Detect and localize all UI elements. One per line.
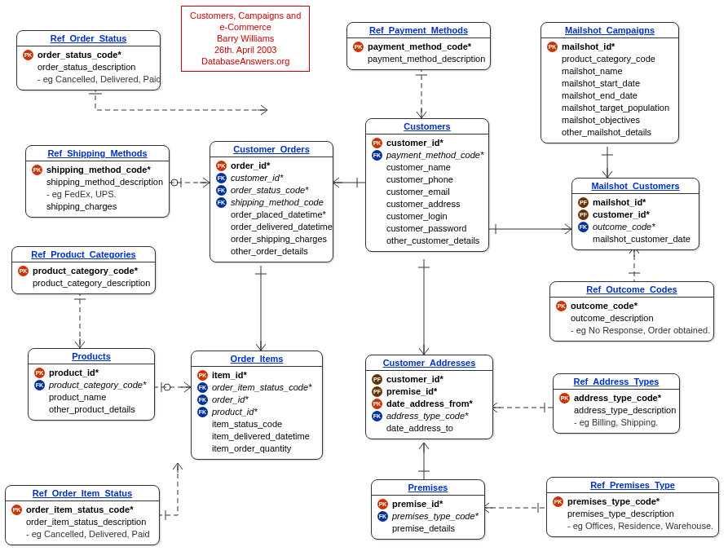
attribute-text: order_delivered_datetime	[231, 221, 333, 233]
attribute-row: customer_address	[372, 198, 482, 210]
attribute-row: address_type_description	[559, 404, 673, 417]
attribute-text: item_status_code	[212, 418, 282, 430]
fk-badge: FK	[197, 395, 208, 405]
attribute-text: product_name	[49, 391, 106, 403]
entity-title: Ref_Premises_Type	[547, 478, 718, 493]
attribute-row: product_name	[34, 391, 148, 403]
entity-ref-payment-methods: Ref_Payment_Methods PKpayment_method_cod…	[346, 22, 491, 70]
entity-body: PFcustomer_id*PFpremise_id*PKdate_addres…	[366, 371, 492, 439]
attribute-text: customer_password	[386, 223, 466, 235]
attribute-text: other_product_details	[49, 403, 135, 416]
attribute-text: product_id*	[49, 367, 99, 379]
pk-badge: PK	[18, 266, 29, 276]
pk-badge: PK	[377, 499, 388, 509]
entity-body: PKpayment_method_code*payment_method_des…	[347, 38, 490, 69]
entity-title: Customers	[366, 119, 488, 134]
attribute-row: - eg FedEx, UPS.	[32, 188, 162, 201]
attribute-row: PKdate_address_from*	[372, 398, 486, 410]
attribute-text: order_id*	[212, 394, 249, 406]
pf-badge: PF	[578, 197, 589, 208]
attribute-row: order_item_status_description	[11, 516, 152, 528]
attribute-row: customer_email	[372, 186, 482, 198]
fk-badge: FK	[377, 511, 388, 522]
fk-badge: FK	[216, 197, 227, 208]
attribute-text: other_order_details	[231, 245, 308, 258]
attribute-text: other_customer_details	[386, 235, 479, 247]
attribute-row: FKoutcome_code*	[578, 221, 692, 233]
fk-badge: FK	[216, 173, 227, 183]
pk-badge: PK	[559, 393, 570, 403]
pk-badge: PK	[197, 370, 208, 381]
fk-badge: FK	[372, 150, 382, 161]
attribute-row: FKproduct_id*	[197, 406, 315, 418]
attribute-row: - eg No Response, Order obtained.	[556, 324, 707, 337]
entity-title: Ref_Order_Status	[17, 31, 160, 46]
pk-badge: PK	[11, 505, 22, 515]
attribute-row: - eg Cancelled, Delivered, Paid	[11, 528, 152, 540]
attribute-text: order_status_code*	[231, 184, 308, 196]
attribute-row: order_shipping_charges	[216, 233, 326, 245]
attribute-row: FKorder_status_code*	[216, 184, 326, 196]
attribute-row: payment_method_description	[353, 53, 483, 65]
entity-title: Order_Items	[192, 351, 322, 367]
entity-ref-order-status: Ref_Order_Status PKorder_status_code*ord…	[16, 30, 161, 90]
pk-badge: PK	[372, 399, 382, 409]
attribute-text: mailshot_objectives	[562, 114, 640, 126]
attribute-row: other_order_details	[216, 245, 326, 258]
entity-body: PKorder_id*FKcustomer_id*FKorder_status_…	[210, 157, 333, 262]
title-line: DatabaseAnswers.org	[190, 55, 301, 67]
attribute-row: mailshot_name	[547, 65, 672, 77]
attribute-row: mailshot_customer_date	[578, 233, 692, 245]
attribute-row: - eg Billing, Shipping.	[559, 417, 673, 429]
attribute-text: payment_method_code*	[368, 41, 471, 53]
entity-body: PKpremise_id*FKpremises_type_code*premis…	[372, 496, 484, 539]
attribute-text: other_mailshot_details	[562, 126, 651, 139]
entity-premises: Premises PKpremise_id*FKpremises_type_co…	[371, 479, 485, 540]
attribute-text: order_placed_datetime*	[231, 209, 326, 221]
attribute-text: customer_id*	[593, 209, 650, 221]
attribute-text: order_item_status_code*	[212, 381, 311, 394]
attribute-row: PKcustomer_id*	[372, 137, 482, 149]
pk-badge: PK	[553, 496, 563, 507]
fk-badge: FK	[216, 185, 227, 196]
attribute-row: order_delivered_datetime	[216, 221, 326, 233]
entity-ref-address-types: Ref_Address_Types PKaddress_type_code*ad…	[553, 373, 680, 434]
attribute-text: - eg No Response, Order obtained.	[571, 324, 710, 337]
attribute-row: customer_phone	[372, 174, 482, 186]
attribute-text: - eg FedEx, UPS.	[46, 188, 117, 201]
pk-badge: PK	[23, 50, 33, 60]
entity-title: Premises	[372, 480, 484, 496]
attribute-row: mailshot_target_population	[547, 102, 672, 114]
attribute-row: FKshipping_method_code	[216, 196, 326, 209]
attribute-row: FKorder_item_status_code*	[197, 381, 315, 394]
attribute-row: product_category_code	[547, 53, 672, 65]
entity-title: Ref_Order_Item_Status	[6, 486, 159, 501]
title-line: e-Commerce	[190, 21, 301, 33]
title-line: Barry Williams	[190, 33, 301, 44]
fk-badge: FK	[578, 222, 589, 232]
entity-body: PKitem_id*FKorder_item_status_code*FKord…	[192, 367, 322, 459]
entity-title: Ref_Payment_Methods	[347, 23, 490, 38]
attribute-text: order_status_code*	[38, 49, 121, 61]
attribute-row: item_status_code	[197, 418, 315, 430]
attribute-row: FKpayment_method_code*	[372, 149, 482, 161]
entity-order-items: Order_Items PKitem_id*FKorder_item_statu…	[191, 351, 323, 460]
attribute-row: item_delivered_datetime	[197, 430, 315, 443]
attribute-text: address_type_description	[574, 404, 676, 417]
attribute-text: customer_id*	[386, 373, 443, 386]
attribute-row: date_address_to	[372, 422, 486, 434]
entity-title: Ref_Outcome_Codes	[550, 282, 713, 298]
attribute-row: PKorder_status_code*	[23, 49, 153, 61]
pk-badge: PK	[32, 165, 42, 175]
title-line: Customers, Campaigns and	[190, 10, 301, 21]
attribute-text: premise_id*	[392, 498, 443, 510]
attribute-text: - eg Billing, Shipping.	[574, 417, 658, 429]
entity-ref-shipping-methods: Ref_Shipping_Methods PKshipping_method_c…	[25, 145, 170, 218]
entity-body: PKorder_item_status_code*order_item_stat…	[6, 501, 159, 545]
entity-customer-addresses: Customer_Addresses PFcustomer_id*PFpremi…	[365, 355, 493, 439]
attribute-row: other_customer_details	[372, 235, 482, 247]
attribute-row: PKpremises_type_code*	[553, 496, 712, 508]
attribute-text: mailshot_end_date	[562, 90, 638, 102]
attribute-text: customer_address	[386, 198, 461, 210]
attribute-text: product_category_code*	[49, 379, 146, 391]
